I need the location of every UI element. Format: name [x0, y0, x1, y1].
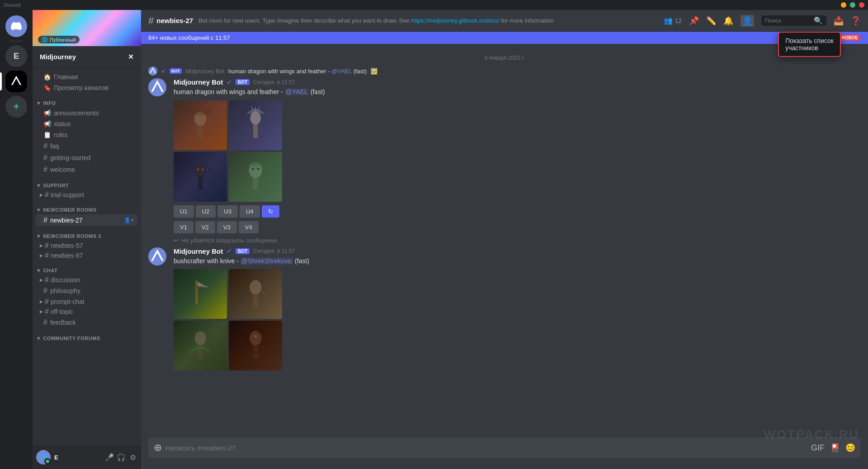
- channel-discussion[interactable]: ▶ # discussion: [36, 275, 137, 285]
- hash-icon-nb87: #: [45, 251, 49, 260]
- action-buttons-1: U1 U2 U3 U4 ↻: [174, 205, 861, 218]
- category-support[interactable]: ▼ SUPPORT: [33, 175, 141, 190]
- message-time-2: Сегодня, в 11:57: [253, 248, 295, 254]
- category-newcomer2[interactable]: ▼ NEWCOMER ROOMS 2: [33, 226, 141, 241]
- channel-getting-started[interactable]: # getting-started: [36, 152, 137, 164]
- titlebar-controls: [841, 2, 864, 8]
- server-icon-midjourney[interactable]: [5, 71, 27, 92]
- btn-u4[interactable]: U4: [240, 205, 260, 218]
- minimize-button[interactable]: [841, 2, 846, 8]
- channel-faq[interactable]: # faq: [36, 140, 137, 152]
- btn-v2[interactable]: V2: [195, 221, 215, 233]
- btn-v3[interactable]: V3: [217, 221, 237, 233]
- server-header[interactable]: Midjourney ✕: [33, 46, 141, 68]
- channel-welcome[interactable]: # welcome: [36, 164, 137, 175]
- message-text-1: human dragon with wings and feather - @Y…: [174, 88, 861, 97]
- message-author-2[interactable]: Midjourney Bot: [174, 247, 223, 255]
- avatar[interactable]: 🐦: [36, 450, 51, 464]
- add-server-button[interactable]: +: [5, 96, 27, 118]
- browse-label: Просмотр каналов: [54, 84, 108, 91]
- svg-point-21: [250, 331, 261, 346]
- btn-u2[interactable]: U2: [196, 205, 216, 218]
- channel-name-discussion: discussion: [51, 276, 80, 284]
- channel-announcements[interactable]: 📢 announcements: [36, 108, 137, 118]
- svg-point-13: [252, 168, 254, 170]
- btn-v1[interactable]: V1: [174, 221, 193, 233]
- desc-text-1: Bot room for new users. Type /imagine th…: [198, 17, 410, 24]
- mention-shrek[interactable]: @ShrekShrekovic: [241, 257, 293, 265]
- channel-sidebar: 🌐 Публичный Midjourney ✕ 🏠 Главная 🔖 Про…: [33, 10, 141, 469]
- home-icon: 🏠: [43, 73, 51, 81]
- image-cell-dragon-3[interactable]: [174, 152, 227, 202]
- image-cell-dragon-4[interactable]: [229, 152, 282, 202]
- channel-prompt-chat[interactable]: ▶ # prompt-chat: [36, 297, 137, 307]
- members-list-icon[interactable]: 👤: [741, 15, 754, 27]
- category-label-newcomer: NEWCOMER ROOMS: [43, 207, 96, 213]
- browse-icon: 🔖: [43, 84, 51, 91]
- gif-button[interactable]: GIF: [811, 443, 825, 453]
- image-grid-1: [174, 100, 282, 202]
- image-cell-dragon-2[interactable]: [229, 100, 282, 150]
- svg-point-23: [254, 335, 257, 338]
- message-input[interactable]: [165, 439, 807, 457]
- maximize-button[interactable]: [850, 2, 855, 8]
- nav-browse[interactable]: 🔖 Просмотр каналов: [36, 82, 137, 93]
- channel-description: Bot room for new users. Type /imagine th…: [198, 17, 658, 24]
- docs-link[interactable]: https://midjourney.gitbook.io/docs/: [411, 17, 500, 24]
- bell-icon[interactable]: 🔔: [723, 16, 733, 26]
- hash-icon-faq: #: [43, 142, 47, 150]
- image-cell-dragon-1[interactable]: [174, 100, 227, 150]
- btn-u1[interactable]: U1: [174, 205, 194, 218]
- new-messages-bar[interactable]: 84+ новых сообщений с 11:57 ↓ как прочит…: [141, 32, 868, 44]
- image-cell-bush-2[interactable]: [229, 269, 282, 319]
- search-input[interactable]: [765, 17, 811, 24]
- failed-message-bar: ↩ Не удаётся загрузить сообщение.: [141, 235, 868, 246]
- image-cell-bush-1[interactable]: [174, 269, 227, 319]
- nav-home[interactable]: 🏠 Главная: [36, 71, 137, 82]
- settings-button[interactable]: ⚙: [128, 453, 137, 462]
- mic-button[interactable]: 🎤: [105, 453, 114, 462]
- headphone-button[interactable]: 🎧: [117, 453, 126, 462]
- channel-newbies-87[interactable]: ▶ # newbies-87: [36, 251, 137, 261]
- hash-icon-prompt: #: [45, 298, 49, 306]
- hash-icon-off-topic: #: [45, 308, 49, 316]
- server-icon-discord[interactable]: [5, 15, 27, 37]
- channel-feedback[interactable]: # feedback: [36, 317, 137, 328]
- channel-philosophy[interactable]: # philosophy: [36, 285, 137, 297]
- pin-icon[interactable]: 📌: [689, 16, 699, 26]
- image-grid-2: [174, 269, 282, 370]
- server-icon-e[interactable]: E: [5, 45, 27, 67]
- category-newcomer[interactable]: ▼ NEWCOMER ROOMS: [33, 200, 141, 214]
- pencil-icon[interactable]: ✏️: [706, 16, 716, 26]
- bot-badge-1: БОТ: [236, 79, 250, 85]
- channel-newbies-57[interactable]: ▶ # newbies-57: [36, 241, 137, 251]
- inbox-icon[interactable]: 📥: [834, 16, 844, 26]
- message-content-2: Midjourney Bot ✔ БОТ Сегодня, в 11:57 bu…: [174, 247, 861, 371]
- header-hash-icon: #: [148, 15, 154, 27]
- message-header-1: Midjourney Bot ✔ БОТ Сегодня, в 11:57: [174, 78, 861, 86]
- help-icon[interactable]: ❓: [851, 16, 861, 26]
- mention-yael[interactable]: @YAEL: [285, 88, 309, 95]
- svg-point-17: [250, 280, 261, 294]
- message-author-1[interactable]: Midjourney Bot: [174, 78, 223, 86]
- channel-newbies-27[interactable]: # newbies-27 👤+: [36, 214, 137, 226]
- image-cell-bush-4[interactable]: [229, 321, 282, 370]
- image-cell-bush-3[interactable]: [174, 321, 227, 370]
- channel-status[interactable]: 📢 status: [36, 118, 137, 129]
- category-info[interactable]: ▼ INFO: [33, 93, 141, 108]
- channel-off-topic[interactable]: ▶ # off-topic: [36, 307, 137, 317]
- btn-u3[interactable]: U3: [217, 205, 238, 218]
- btn-refresh[interactable]: ↻: [262, 205, 279, 218]
- category-arrow-info: ▼: [36, 100, 41, 106]
- category-chat[interactable]: ▼ CHAT: [33, 261, 141, 275]
- category-forums[interactable]: ▼ COMMUNITY FORUMS: [33, 328, 141, 343]
- preview-img-icon: 🖼️: [370, 68, 377, 75]
- sticker-button[interactable]: 🎴: [830, 443, 840, 453]
- add-attachment-button[interactable]: ⊕: [154, 437, 162, 458]
- channel-rules[interactable]: 📋 rules: [36, 129, 137, 140]
- emoji-button[interactable]: 😊: [845, 443, 855, 453]
- channel-trial-support[interactable]: ▶ # trial-support: [36, 190, 137, 200]
- tooltip-text: Показать список участников: [785, 37, 834, 52]
- close-button[interactable]: [859, 2, 864, 8]
- btn-v4[interactable]: V4: [239, 221, 259, 233]
